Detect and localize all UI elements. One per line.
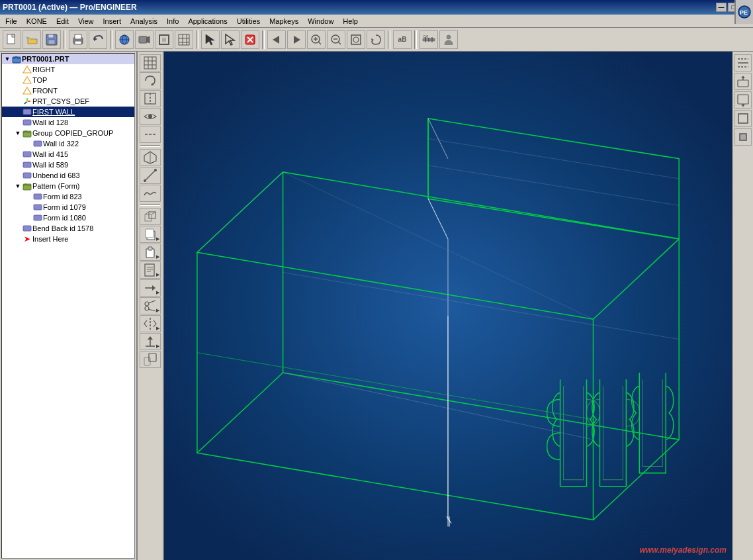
tree-item-form823[interactable]: Form id 823 [2,191,134,202]
svg-rect-65 [144,57,156,69]
menu-info[interactable]: Info [163,16,183,26]
svg-text:PE: PE [740,9,748,16]
minimize-button[interactable]: — [716,3,727,12]
rtool-btn2[interactable] [734,73,752,90]
vtool-line[interactable] [140,167,161,184]
tree-expand-pattern[interactable]: ▼ [14,181,22,191]
toolbar-open[interactable] [22,30,41,49]
toolbar-zoom-next[interactable] [287,30,306,49]
menu-file[interactable]: File [1,16,21,26]
vtool-up-arrow[interactable]: ▶ [140,333,161,350]
tree-icon-wall322 [32,139,43,148]
toolbar-grid[interactable] [175,30,193,49]
menu-kone[interactable]: KONE [22,16,51,26]
toolbar-spin[interactable] [367,30,385,49]
vtool-section[interactable] [140,90,161,107]
toolbar-select[interactable] [201,30,220,49]
vtool-hidden[interactable] [140,126,161,143]
svg-rect-64 [23,226,31,231]
tree-expand-group[interactable]: ▼ [14,128,22,138]
toolbar-zoom-prev[interactable] [267,30,286,49]
vtool-arrow-right[interactable]: ▶ [140,279,161,297]
vtool-eye[interactable] [140,108,161,125]
tree-item-first-wall[interactable]: FIRST WALL [2,107,134,117]
toolbar-print[interactable] [69,30,87,49]
tree-item-form1080[interactable]: Form id 1080 [2,212,134,223]
tree-item-wall589[interactable]: Wall id 589 [2,160,134,170]
left-toolbar: ▶ ▶ ▶ ▶ ▶ ▶ ▶ [138,52,164,560]
svg-rect-58 [23,162,31,167]
vtool-copy[interactable]: ▶ [140,226,161,243]
tree-item-wall128[interactable]: Wall id 128 [2,117,134,128]
tree-expand-root[interactable]: ▼ [3,54,11,64]
tree-label-unbend683: Unbend id 683 [32,171,80,179]
tree-item-right[interactable]: RIGHT [2,64,134,75]
tree-item-group[interactable]: ▼ Group COPIED_GROUP [2,128,134,138]
svg-line-83 [152,212,155,214]
vtool-wave[interactable] [140,185,161,202]
tree-item-form1079[interactable]: Form id 1079 [2,202,134,212]
vtool-extrude[interactable] [140,149,161,166]
tree-item-bendbk1578[interactable]: Bend Back id 1578 [2,223,134,234]
svg-marker-100 [148,336,153,340]
toolbar-sep4 [262,30,265,49]
toolbar-zoom-fit[interactable] [347,30,365,49]
model-tree[interactable]: ▼ PRT0001.PRT RIGHT [1,53,135,559]
tree-label-wall322: Wall id 322 [43,140,79,148]
toolbar-zoom-out[interactable] [327,30,345,49]
toolbar-globe[interactable] [115,30,134,49]
svg-point-79 [154,169,157,171]
toolbar-text-check[interactable]: aB [393,30,412,49]
toolbar-box[interactable] [155,30,173,49]
menu-mapkeys[interactable]: Mapkeys [265,16,302,26]
vtool-3d-sketch[interactable] [140,208,161,225]
rtool-btn3[interactable] [734,91,752,109]
tree-item-root[interactable]: ▼ PRT0001.PRT [2,54,134,64]
menu-edit[interactable]: Edit [52,16,73,26]
tree-item-wall415[interactable]: Wall id 415 [2,149,134,160]
vtool-scissors[interactable]: ▶ [140,297,161,314]
toolbar-undo[interactable] [89,30,107,49]
svg-rect-60 [23,184,31,190]
tree-item-csys[interactable]: PRT_CSYS_DEF [2,96,134,107]
vtool-rotate[interactable] [140,72,161,89]
viewport[interactable]: www.meiyadesign.com [164,52,732,560]
svg-rect-45 [13,57,21,63]
rtool-btn5[interactable] [734,128,752,146]
toolbar-measure[interactable]: 0.0 [420,30,438,49]
vtool-sheet[interactable]: ▶ [140,261,161,279]
toolbar-video[interactable] [135,30,154,49]
tree-item-inserthere[interactable]: ➤ Insert Here [2,234,134,244]
menu-view[interactable]: View [74,16,98,26]
rtool-btn1[interactable] [734,54,752,71]
tree-item-unbend683[interactable]: Unbend id 683 [2,170,134,181]
tree-label-csys: PRT_CSYS_DEF [32,97,89,105]
tree-item-wall322[interactable]: Wall id 322 [2,138,134,149]
toolbar-zoom-in[interactable] [307,30,326,49]
vtool-paste[interactable]: ▶ [140,244,161,261]
vtool-grid[interactable] [140,54,161,71]
menu-applications[interactable]: Applications [184,16,231,26]
toolbar-check[interactable] [221,30,240,49]
menu-utilities[interactable]: Utilities [233,16,264,26]
tree-item-pattern[interactable]: ▼ Pattern (Form) [2,181,134,191]
svg-rect-56 [34,141,42,146]
tree-label-inserthere: Insert Here [32,235,68,243]
tree-item-front[interactable]: FRONT [2,85,134,96]
toolbar-save[interactable] [42,30,61,49]
tree-label-wall589: Wall id 589 [32,161,68,169]
svg-point-52 [26,101,28,103]
toolbar-sep3 [196,30,199,49]
menu-help[interactable]: Help [339,16,362,26]
menu-analysis[interactable]: Analysis [126,16,161,26]
tree-item-top[interactable]: TOP [2,75,134,85]
rtool-btn4[interactable] [734,110,752,127]
vtool-mirror[interactable]: ▶ [140,315,161,332]
tree-icon-right [22,65,32,74]
vtool-box-array[interactable] [140,351,161,368]
toolbar-new[interactable] [3,30,21,49]
toolbar-person[interactable] [439,30,458,49]
toolbar-cancel[interactable] [241,30,259,49]
menu-window[interactable]: Window [304,16,337,26]
menu-insert[interactable]: Insert [99,16,126,26]
